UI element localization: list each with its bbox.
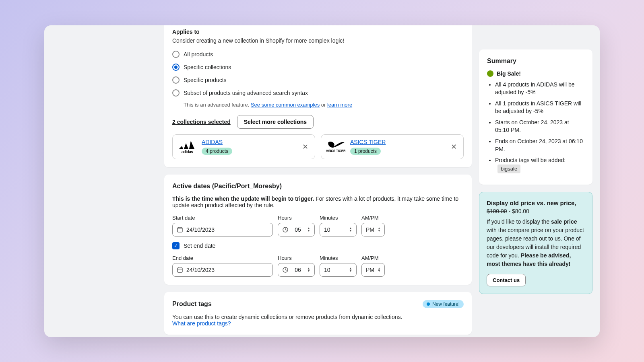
- price-example: $100.00 - $80.00: [487, 208, 585, 214]
- start-date-label: Start date: [172, 215, 273, 221]
- remove-collection-button[interactable]: ✕: [449, 141, 458, 153]
- summary-item: All 1 products in ASICS TIGER will be ad…: [495, 100, 584, 115]
- ampm-label: AM/PM: [361, 255, 385, 261]
- stepper-icon: ▲▼: [349, 267, 352, 272]
- active-dates-card: Active dates (Pacific/Port_Moresby) This…: [164, 175, 472, 285]
- product-tags-title: Product tags: [172, 300, 212, 308]
- stepper-icon: ▲▼: [378, 267, 381, 272]
- end-date-label: End date: [172, 255, 273, 261]
- start-hours-select[interactable]: 05▲▼: [278, 223, 315, 237]
- sale-name: Big Sale!: [497, 70, 521, 77]
- radio-specific-products[interactable]: Specific products: [172, 75, 464, 85]
- svg-text:ASICS TIGER: ASICS TIGER: [326, 149, 345, 153]
- status-dot-icon: [487, 70, 493, 77]
- stepper-icon: ▲▼: [307, 227, 310, 232]
- radio-specific-collections[interactable]: Specific collections: [172, 62, 464, 72]
- radio-icon: [172, 76, 180, 84]
- ampm-label: AM/PM: [361, 215, 385, 221]
- minutes-label: Minutes: [320, 215, 357, 221]
- summary-title: Summary: [487, 58, 584, 65]
- stepper-icon: ▲▼: [307, 267, 310, 272]
- radio-icon: [172, 89, 180, 97]
- radio-subset-advanced[interactable]: Subset of products using advanced search…: [172, 88, 464, 98]
- end-date-input[interactable]: 24/10/2023: [172, 263, 273, 277]
- collection-name-link[interactable]: ASICS TIGER: [350, 139, 386, 145]
- svg-marker-2: [189, 141, 194, 149]
- new-feature-badge: New feature!: [423, 300, 464, 308]
- collection-name-link[interactable]: ADIDAS: [202, 139, 223, 145]
- adidas-logo-icon: adidas: [178, 139, 197, 155]
- product-count-badge: 1 products: [350, 148, 381, 155]
- see-examples-link[interactable]: See some common examples: [251, 102, 320, 108]
- radio-icon: [172, 51, 180, 58]
- collection-chip-adidas: adidas ADIDAS 4 products ✕: [172, 134, 315, 159]
- select-more-collections-button[interactable]: Select more collections: [237, 115, 314, 129]
- hours-label: Hours: [278, 215, 315, 221]
- summary-item: All 4 products in ADIDAS will be adjuste…: [495, 81, 584, 97]
- svg-line-11: [285, 230, 287, 230]
- asics-logo-icon: ASICS TIGER: [326, 139, 345, 155]
- summary-item-tags: Products tags will be added:bigsale: [495, 156, 584, 173]
- applies-to-title: Applies to: [172, 29, 464, 35]
- svg-rect-5: [178, 228, 182, 232]
- contact-us-button[interactable]: Contact us: [487, 274, 526, 286]
- collection-chip-asics: ASICS TIGER ASICS TIGER 1 products ✕: [321, 134, 464, 159]
- stepper-icon: ▲▼: [349, 227, 352, 232]
- product-count-badge: 4 products: [202, 148, 232, 155]
- svg-line-18: [285, 270, 287, 271]
- calendar-icon: [177, 226, 183, 233]
- remove-collection-button[interactable]: ✕: [301, 141, 310, 153]
- active-dates-title: Active dates (Pacific/Port_Moresby): [172, 183, 464, 190]
- what-are-tags-link[interactable]: What are product tags?: [172, 320, 231, 327]
- tags-description: You can use this to create dynamic colle…: [172, 314, 464, 327]
- svg-text:adidas: adidas: [182, 150, 194, 154]
- applies-to-card: Applies to Consider creating a new colle…: [164, 25, 472, 167]
- clock-icon: [282, 226, 289, 233]
- dates-description: This is the time when the update will be…: [172, 195, 464, 208]
- tag-pill: bigsale: [497, 165, 520, 173]
- summary-item: Ends on October 24, 2023 at 06:10 PM.: [495, 138, 584, 153]
- hours-label: Hours: [278, 255, 315, 261]
- app-frame: Applies to Consider creating a new colle…: [44, 25, 600, 337]
- info-text: If you'd like to display the sale price …: [487, 218, 585, 268]
- summary-list: All 4 products in ADIDAS will be adjuste…: [487, 81, 584, 174]
- minutes-label: Minutes: [320, 255, 357, 261]
- info-title: Display old price vs. new price,: [487, 200, 585, 206]
- applies-subtitle: Consider creating a new collection in Sh…: [172, 37, 464, 44]
- svg-marker-1: [184, 143, 188, 149]
- start-date-input[interactable]: 24/10/2023: [172, 223, 273, 237]
- end-hours-select[interactable]: 06▲▼: [278, 263, 315, 277]
- collections-selected-link[interactable]: 2 collections selected: [172, 119, 231, 125]
- start-ampm-select[interactable]: PM▲▼: [361, 223, 385, 237]
- advanced-hint: This is an advanced feature. See some co…: [184, 102, 464, 108]
- learn-more-link[interactable]: learn more: [327, 102, 352, 108]
- end-minutes-select[interactable]: 10▲▼: [320, 263, 357, 277]
- svg-marker-0: [179, 146, 183, 149]
- radio-all-products[interactable]: All products: [172, 49, 464, 59]
- stepper-icon: ▲▼: [378, 227, 381, 232]
- svg-rect-12: [178, 268, 182, 272]
- summary-card: Summary Big Sale! All 4 products in ADID…: [479, 49, 592, 185]
- checkbox-checked-icon: ✓: [172, 242, 180, 249]
- calendar-icon: [177, 267, 183, 273]
- start-minutes-select[interactable]: 10▲▼: [320, 223, 357, 237]
- summary-item: Starts on October 24, 2023 at 05:10 PM.: [495, 119, 584, 134]
- set-end-date-checkbox[interactable]: ✓Set end date: [172, 242, 464, 249]
- product-tags-card: Product tags New feature! You can use th…: [164, 292, 472, 335]
- end-ampm-select[interactable]: PM▲▼: [361, 263, 385, 277]
- radio-icon: [172, 64, 180, 71]
- applies-radio-group: All products Specific collections Specif…: [172, 49, 464, 108]
- price-display-info-card: Display old price vs. new price, $100.00…: [479, 192, 592, 294]
- clock-icon: [282, 267, 289, 273]
